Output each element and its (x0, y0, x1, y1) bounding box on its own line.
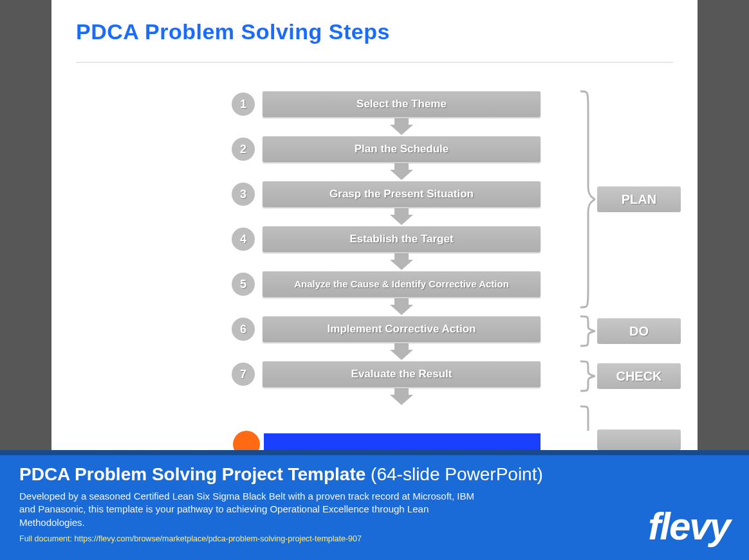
page-root: PDCA Problem Solving Steps 1 Select the … (0, 0, 749, 560)
step-bar: Establish the Target (263, 226, 541, 252)
banner-title-bold: PDCA Problem Solving Project Template (19, 464, 365, 484)
phase-label-plan: PLAN (597, 186, 681, 212)
brace-icon (579, 405, 596, 431)
steps-column: 1 Select the Theme 2 Plan the Schedule 3… (232, 90, 541, 405)
step-number-badge: 1 (232, 93, 255, 116)
banner-description: Developed by a seasoned Certified Lean S… (19, 490, 483, 529)
step-bar: Grasp the Present Situation (263, 181, 541, 207)
brace-icon (579, 360, 596, 392)
arrow-down-icon (232, 298, 541, 315)
step-row: 6 Implement Corrective Action (232, 315, 541, 343)
banner-title-light: (64-slide PowerPoint) (365, 464, 542, 484)
step-bar-cutoff (264, 433, 541, 450)
title-divider (76, 62, 673, 63)
step-row: 3 Grasp the Present Situation (232, 180, 541, 208)
arrow-down-icon (232, 253, 541, 270)
flevy-logo: flevy (648, 504, 730, 548)
arrow-down-icon (232, 118, 541, 135)
step-row: 5 Analyze the Cause & Identify Correctiv… (232, 270, 541, 298)
step-bar: Select the Theme (263, 91, 541, 117)
step-bar: Evaluate the Result (263, 361, 541, 387)
slide-canvas: PDCA Problem Solving Steps 1 Select the … (51, 0, 698, 450)
step-row: 4 Establish the Target (232, 225, 541, 253)
step-number-badge: 2 (232, 138, 255, 161)
step-bar: Implement Corrective Action (263, 316, 541, 342)
promo-banner: PDCA Problem Solving Project Template (6… (0, 455, 749, 560)
arrow-down-icon (232, 163, 541, 180)
step-row: 7 Evaluate the Result (232, 360, 541, 388)
phase-label-cutoff (597, 429, 681, 450)
arrow-down-icon (232, 343, 541, 360)
banner-title: PDCA Problem Solving Project Template (6… (19, 464, 730, 485)
brace-icon (579, 90, 596, 309)
step-bar: Plan the Schedule (263, 136, 541, 162)
arrow-down-icon (232, 388, 541, 405)
phase-label-check: CHECK (597, 363, 681, 389)
arrow-down-icon (232, 208, 541, 225)
step-row: 1 Select the Theme (232, 90, 541, 118)
banner-divider (0, 450, 749, 455)
step-number-badge: 4 (232, 228, 255, 251)
step-bar: Analyze the Cause & Identify Corrective … (263, 271, 541, 297)
step-number-badge: 7 (232, 363, 255, 386)
step-number-badge: 6 (232, 318, 255, 341)
step-number-badge: 3 (232, 183, 255, 206)
slide-title: PDCA Problem Solving Steps (76, 19, 390, 44)
brace-icon (579, 315, 596, 347)
step-row: 2 Plan the Schedule (232, 135, 541, 163)
banner-document-link[interactable]: Full document: https://flevy.com/browse/… (19, 534, 730, 543)
phase-label-do: DO (597, 318, 681, 344)
step-number-badge: 5 (232, 273, 255, 296)
